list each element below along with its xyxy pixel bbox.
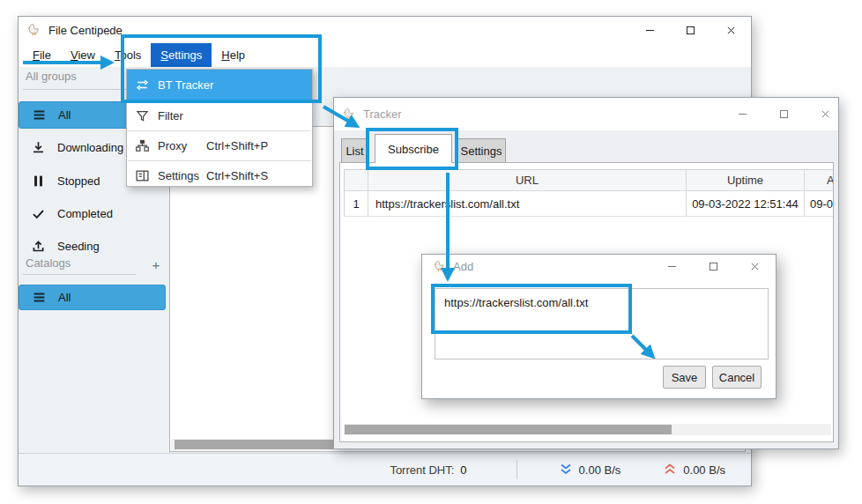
tracker-titlebar: Tracker [334, 98, 838, 130]
row-number-cell: 1 [344, 191, 368, 217]
sidebar-item-label: All [58, 108, 71, 122]
add-dialog-title: Add [453, 260, 473, 273]
menu-item-shortcut: Ctrl+Shift+P [206, 139, 268, 152]
main-window-controls [629, 17, 751, 43]
add-dialog: Add https://trackerslist.com/all.txt Sav… [421, 254, 777, 399]
sidebar-item-label: Downloading [57, 141, 123, 154]
torrent-dht-label: Torrent DHT: [390, 463, 454, 477]
cancel-button[interactable]: Cancel [712, 366, 762, 389]
main-window-title: File Centipede [48, 24, 123, 37]
menu-item-label: Settings [158, 169, 199, 182]
upload-speed-value: 0.00 B/s [683, 463, 725, 477]
download-icon [31, 140, 46, 155]
uptime-cell: 09-03-2022 12:51:44 [687, 191, 805, 217]
minimize-button[interactable] [629, 17, 670, 43]
tracker-horizontal-scrollbar[interactable] [344, 424, 831, 435]
status-divider [516, 460, 517, 479]
menu-item-label: Filter [158, 109, 183, 122]
menu-item-filter[interactable]: Filter [127, 101, 312, 130]
maximize-button[interactable] [700, 255, 726, 278]
clipped-column-header[interactable]: A [805, 169, 834, 191]
save-button[interactable]: Save [663, 366, 706, 389]
clipped-cell: 09-0 [805, 191, 834, 217]
settings-dropdown-menu: BT Tracker Filter Proxy Ctrl+Shift+P Set… [126, 69, 313, 187]
menu-item-shortcut: Ctrl+Shift+S [206, 169, 268, 182]
all-groups-header[interactable]: All groups [23, 70, 138, 90]
hamburger-icon [32, 290, 47, 305]
sidebar-catalog-all[interactable]: All [19, 285, 166, 310]
row-number-header [344, 169, 368, 191]
filter-icon [135, 108, 150, 123]
tab-subscribe[interactable]: Subscribe [375, 134, 452, 163]
torrent-dht-value: 0 [460, 463, 466, 477]
url-cell: https://trackerslist.com/all.txt [368, 191, 687, 217]
menubar: File View Tools Settings Help [19, 43, 751, 67]
sidebar-item-label: Completed [57, 207, 113, 220]
close-button[interactable] [741, 255, 768, 278]
catalogs-section: Catalogs + [23, 256, 164, 278]
maximize-button[interactable] [770, 98, 797, 130]
chevrons-down-icon [559, 463, 573, 476]
app-duck-icon [433, 260, 446, 273]
upload-icon [31, 239, 46, 254]
tracker-table: URL Uptime A 1 https://trackerslist.com/… [344, 169, 834, 217]
menu-help[interactable]: Help [212, 43, 255, 67]
sidebar-item-label: All [58, 291, 71, 304]
tracker-window-controls [729, 98, 838, 130]
add-catalog-button[interactable]: + [148, 257, 164, 272]
add-titlebar: Add [422, 255, 776, 278]
sidebar-item-label: Seeding [57, 240, 100, 253]
minimize-button[interactable] [729, 98, 755, 130]
tab-list[interactable]: List [341, 138, 368, 163]
table-header-row: URL Uptime A [344, 169, 834, 191]
pause-icon [31, 174, 46, 189]
menu-item-settings[interactable]: Settings Ctrl+Shift+S [127, 161, 312, 190]
tracker-window-title: Tracker [363, 107, 402, 121]
menu-item-bt-tracker[interactable]: BT Tracker [127, 70, 312, 100]
minimize-button[interactable] [658, 255, 685, 278]
catalogs-header[interactable]: Catalogs [23, 256, 136, 275]
app-duck-icon [26, 23, 41, 38]
menu-file[interactable]: File [23, 43, 61, 67]
menu-tools[interactable]: Tools [105, 43, 151, 67]
menu-item-proxy[interactable]: Proxy Ctrl+Shift+P [127, 131, 312, 160]
close-button[interactable] [710, 17, 751, 43]
upload-speed: 0.00 B/s [663, 463, 725, 477]
tab-settings[interactable]: Settings [457, 138, 506, 163]
bt-tracker-icon [135, 78, 150, 93]
menu-item-label: Proxy [158, 139, 187, 152]
scrollbar-thumb[interactable] [345, 425, 672, 434]
check-icon [31, 206, 46, 221]
menu-view[interactable]: View [61, 43, 105, 67]
chevrons-up-icon [663, 463, 677, 476]
table-row[interactable]: 1 https://trackerslist.com/all.txt 09-03… [344, 191, 834, 217]
download-speed: 0.00 B/s [559, 463, 621, 477]
add-dialog-controls [658, 255, 776, 278]
sidebar-item-completed[interactable]: Completed [19, 200, 166, 227]
settings-form-icon [135, 168, 150, 183]
desktop: File Centipede File View Tools Settings … [0, 0, 862, 504]
statusbar: Torrent DHT: 0 0.00 B/s 0.00 B/s [19, 453, 751, 485]
uptime-column-header[interactable]: Uptime [687, 169, 805, 191]
tracker-url-input[interactable]: https://trackerslist.com/all.txt [435, 288, 769, 359]
proxy-icon [135, 138, 150, 153]
main-titlebar: File Centipede [19, 17, 751, 43]
menu-settings[interactable]: Settings [151, 43, 212, 67]
download-speed-value: 0.00 B/s [579, 463, 621, 477]
menu-item-label: BT Tracker [158, 78, 213, 92]
hamburger-icon [32, 107, 47, 122]
app-duck-icon [342, 107, 356, 122]
sidebar-item-label: Stopped [57, 174, 100, 188]
close-button[interactable] [812, 98, 838, 130]
url-column-header[interactable]: URL [368, 169, 687, 191]
maximize-button[interactable] [670, 17, 710, 43]
